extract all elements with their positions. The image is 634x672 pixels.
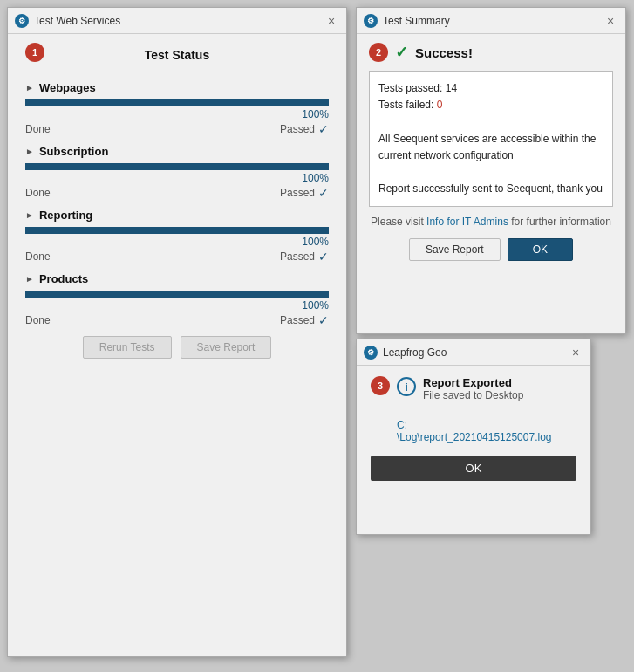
message1-text: All Seequent services are accessible wit…: [378, 131, 603, 164]
info-icon: i: [397, 377, 416, 396]
failed-count: 0: [437, 99, 443, 111]
message2-text: Report successfully sent to Seequent, th…: [378, 181, 603, 197]
progress-bar-reporting: [25, 227, 329, 234]
report-ok-button[interactable]: OK: [371, 456, 576, 481]
status-done-reporting: Done: [25, 250, 51, 263]
checkmark-products: ✓: [318, 313, 329, 327]
info-for-it-admins-link[interactable]: Info for IT Admins: [426, 216, 508, 228]
status-passed-subscription: Passed ✓: [280, 186, 329, 200]
status-done-webpages: Done: [25, 123, 51, 135]
bottom-buttons: Rerun Tests Save Report: [25, 336, 329, 359]
status-passed-webpages: Passed ✓: [280, 122, 329, 136]
section-header-products: ► Products: [25, 272, 329, 285]
file-saved-text: File saved to Desktop: [423, 389, 523, 401]
status-row-subscription: Done Passed ✓: [25, 186, 329, 200]
summary-ok-button[interactable]: OK: [508, 238, 573, 261]
status-done-products: Done: [25, 314, 51, 326]
section-header-webpages: ► Webpages: [25, 81, 329, 94]
report-exported-title: Report Exported: [423, 376, 523, 389]
progress-bar-webpages: [25, 99, 329, 106]
section-reporting: ► Reporting 100% Done Passed ✓: [25, 209, 329, 264]
chevron-icon-sub: ►: [25, 147, 34, 156]
section-webpages: ► Webpages 100% Done Passed ✓: [25, 81, 329, 136]
status-passed-reporting: Passed ✓: [280, 250, 329, 264]
test-web-services-window: ⚙ Test Web Services × 1 Test Status ► We…: [7, 7, 347, 657]
close-button[interactable]: ×: [324, 13, 339, 29]
summary-buttons: Save Report OK: [369, 238, 613, 261]
summary-box: Tests passed: 14 Tests failed: 0 All See…: [369, 71, 613, 207]
progress-percent-reporting: 100%: [25, 236, 329, 248]
test-web-services-body: 1 Test Status ► Webpages 100% Done Passe…: [8, 34, 346, 372]
section-title-subscription: Subscription: [39, 145, 108, 158]
section-header-reporting: ► Reporting: [25, 209, 329, 222]
summary-app-icon: ⚙: [364, 14, 378, 28]
report-title-group: Report Exported File saved to Desktop: [423, 376, 523, 407]
tests-passed-text: Tests passed: 14: [378, 80, 603, 97]
step-badge-3: 3: [371, 376, 390, 395]
summary-close-button[interactable]: ×: [603, 13, 618, 29]
report-close-button[interactable]: ×: [568, 345, 583, 360]
status-passed-products: Passed ✓: [280, 313, 329, 327]
section-products: ► Products 100% Done Passed ✓: [25, 272, 329, 327]
status-row-webpages: Done Passed ✓: [25, 122, 329, 136]
test-web-services-titlebar: ⚙ Test Web Services ×: [8, 8, 346, 34]
summary-save-report-button[interactable]: Save Report: [409, 238, 501, 261]
checkmark-reporting: ✓: [318, 250, 329, 264]
report-exported-body: 3 i Report Exported File saved to Deskto…: [357, 366, 590, 493]
test-summary-titlebar: ⚙ Test Summary ×: [357, 8, 625, 34]
test-summary-body: 2 ✓ Success! Tests passed: 14 Tests fail…: [357, 34, 625, 273]
checkmark-webpages: ✓: [318, 122, 329, 136]
report-title-left: ⚙ Leapfrog Geo: [364, 346, 447, 360]
section-subscription: ► Subscription 100% Done Passed ✓: [25, 145, 329, 200]
report-app-icon: ⚙: [364, 346, 378, 360]
checkmark-subscription: ✓: [318, 186, 329, 200]
step-badge-2: 2: [369, 43, 388, 62]
success-check-icon: ✓: [395, 43, 408, 62]
report-exported-window: ⚙ Leapfrog Geo × 3 i Report Exported Fil…: [356, 339, 591, 535]
chevron-icon-rep: ►: [25, 210, 34, 220]
section-header-subscription: ► Subscription: [25, 145, 329, 158]
status-row-products: Done Passed ✓: [25, 313, 329, 327]
section-title-products: Products: [39, 272, 88, 285]
progress-percent-products: 100%: [25, 299, 329, 312]
title-left: ⚙ Test Web Services: [15, 14, 120, 28]
info-link-row: Please visit Info for IT Admins for furt…: [369, 216, 613, 228]
progress-fill-subscription: [25, 163, 329, 170]
success-text: Success!: [415, 45, 473, 60]
report-path: C: \Log\report_20210415125007.log: [397, 419, 576, 443]
progress-fill-products: [25, 291, 329, 298]
report-header: i Report Exported File saved to Desktop: [397, 376, 523, 407]
window-title: Test Web Services: [34, 15, 120, 27]
save-report-button-test: Save Report: [181, 336, 272, 359]
status-row-reporting: Done Passed ✓: [25, 250, 329, 264]
summary-window-title: Test Summary: [383, 15, 450, 27]
chevron-icon-prod: ►: [25, 274, 34, 284]
step-badge-1: 1: [25, 43, 44, 62]
page-title: Test Status: [145, 48, 209, 62]
rerun-tests-button: Rerun Tests: [83, 336, 172, 359]
chevron-icon: ►: [25, 83, 34, 93]
progress-fill-webpages: [25, 99, 329, 106]
report-window-title: Leapfrog Geo: [383, 346, 447, 359]
section-title-webpages: Webpages: [39, 81, 96, 94]
app-icon: ⚙: [15, 14, 29, 28]
progress-percent-webpages: 100%: [25, 108, 329, 120]
tests-failed-text: Tests failed: 0: [378, 97, 603, 113]
status-done-subscription: Done: [25, 187, 51, 199]
test-summary-window: ⚙ Test Summary × 2 ✓ Success! Tests pass…: [356, 7, 626, 334]
progress-percent-subscription: 100%: [25, 172, 329, 184]
progress-bar-products: [25, 291, 329, 298]
summary-title-left: ⚙ Test Summary: [364, 14, 450, 28]
section-title-reporting: Reporting: [39, 209, 92, 222]
report-exported-titlebar: ⚙ Leapfrog Geo ×: [357, 339, 590, 366]
progress-fill-reporting: [25, 227, 329, 234]
progress-bar-subscription: [25, 163, 329, 170]
